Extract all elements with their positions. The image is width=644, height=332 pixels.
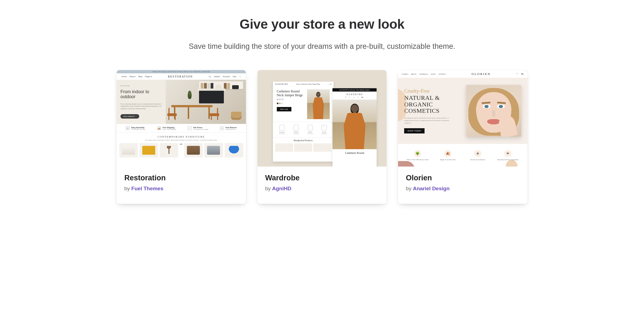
theme-title: Wardrobe	[265, 174, 379, 182]
nav-item: Cart	[232, 76, 236, 77]
dress-icon	[279, 125, 285, 130]
theme-card-body: Restoration by Fuel Themes	[117, 167, 246, 204]
preview-section-title: CONTEMPORARY FURNITURE	[117, 135, 246, 138]
nav-item: SHOP	[431, 73, 436, 75]
bag-icon: 🛍	[521, 73, 524, 75]
tshirt-icon	[293, 125, 299, 130]
nav-item: ABOUT	[411, 73, 417, 75]
feature-item: 🌳Plant A Tree With Every Order	[402, 150, 433, 160]
preview-announcement-bar: FREE TRACKED SHIPPING WORLDWIDE ON ORDER…	[117, 70, 246, 73]
returns-icon: ↻	[220, 126, 224, 130]
preview-hero: Cruelty-Free NATURAL & ORGANIC COSMETICS…	[398, 78, 527, 144]
shipping-icon: 🚚	[157, 126, 161, 130]
preview-nav: HOME ▾ ABOUT JOURNAL ▾ SHOP CONTACT OLOR…	[398, 70, 527, 78]
by-prefix: by	[265, 186, 272, 191]
nav-item: HOME ▾	[402, 73, 408, 75]
heart-icon: ❤	[504, 150, 511, 157]
preview-nav: Home Shop ▾ Blog Pages ▾ RESTORATION 🔍 S…	[117, 73, 246, 80]
theme-card-olorien[interactable]: HOME ▾ ABOUT JOURNAL ▾ SHOP CONTACT OLOR…	[398, 70, 527, 204]
page-subheading: Save time building the store of your dre…	[117, 42, 527, 51]
by-prefix: by	[124, 186, 131, 191]
preview-brand: WARDROBE	[332, 92, 377, 96]
theme-title: Restoration	[124, 174, 238, 182]
theme-title: Olorien	[406, 174, 520, 182]
preview-nav-right: 🔍 Search Account Cart ⓪	[208, 75, 242, 78]
hero-image	[466, 85, 521, 137]
feature-item: ❤Naturally Derived Ingredients	[493, 150, 523, 160]
cart-count-icon: ⓪	[239, 76, 241, 77]
tree-icon: 🌳	[414, 150, 421, 157]
preview-desktop-pane: WARDROBE Home Collections Shop Pages Blo…	[273, 82, 334, 162]
theme-author-link[interactable]: Anariel Design	[413, 186, 450, 191]
nav-item: Search	[214, 76, 220, 77]
price-icon: ✓	[188, 126, 192, 130]
theme-author: by AgniHD	[265, 186, 379, 192]
theme-card-wardrobe[interactable]: WARDROBE Home Collections Shop Pages Blo…	[257, 70, 387, 204]
hero-description: Sed gravida viverra vestibulum turpis ip…	[404, 117, 449, 124]
feature-item: 🚚Free ShippingFast + free shipping	[157, 126, 176, 130]
preview-feature-row: 🌳Plant A Tree With Every Order 🍂Vegan & …	[398, 144, 527, 167]
theme-card-body: Olorien by Anariel Design	[398, 167, 527, 204]
theme-cards: FREE TRACKED SHIPPING WORLDWIDE ON ORDER…	[117, 70, 527, 204]
preview-section-sub: From glam vibes to laid-back comfort, th…	[117, 139, 246, 141]
theme-author-link[interactable]: Fuel Themes	[131, 186, 163, 191]
theme-preview: HOME ▾ ABOUT JOURNAL ▾ SHOP CONTACT OLOR…	[398, 70, 527, 167]
theme-card-restoration[interactable]: FREE TRACKED SHIPPING WORLDWIDE ON ORDER…	[117, 70, 246, 204]
theme-card-body: Wardrobe by AgniHD	[257, 167, 387, 204]
nav-item: CONTACT	[438, 73, 446, 75]
hero-headline: From indoor to outdoor	[120, 89, 162, 100]
preview-brand: WARDROBE	[275, 83, 288, 85]
hero-description: From rescuing design icons to creating f…	[120, 103, 162, 110]
spark-icon: ✺	[474, 150, 481, 157]
preview-mobile-pane: Use 20%OFF for discount. Free shipping. …	[332, 88, 377, 167]
product-title: Cashmere Round Neck Jumper Beige	[277, 89, 305, 97]
hero-image	[166, 80, 246, 124]
category-row: Dresses140 items T-Shirts140 items Skirt…	[273, 122, 334, 137]
nav-item: Home	[122, 76, 127, 77]
assembly-icon: ⊞	[126, 126, 130, 130]
handpicked-heading: Handpicked Products	[273, 137, 334, 143]
preview-brand: OLORIEN	[472, 72, 491, 76]
by-prefix: by	[406, 186, 413, 191]
theme-author: by Fuel Themes	[124, 186, 238, 192]
nav-item: Pages ▾	[145, 76, 152, 77]
nav-item: Account	[223, 76, 230, 77]
product-image	[332, 100, 377, 149]
nav-item: Shop ▾	[130, 76, 136, 77]
hero-cta-button: SHOP TODAY	[404, 128, 425, 133]
jeans-icon	[321, 125, 327, 130]
nav-item: Shop	[308, 83, 312, 85]
theme-author: by Anariel Design	[406, 186, 520, 192]
theme-preview: WARDROBE Home Collections Shop Pages Blo…	[257, 70, 387, 167]
wishlist-icon: ♡	[516, 73, 518, 75]
leaf-icon: 🍂	[444, 150, 451, 157]
page-heading: Give your store a new look	[117, 17, 527, 32]
preview-product-thumbs: FF	[117, 143, 246, 157]
feature-item: ✓Fair PricesNo matter your budget	[188, 126, 208, 130]
preview-nav-left: Home Shop ▾ Blog Pages ▾	[120, 76, 153, 78]
skirt-icon	[307, 125, 313, 130]
feature-item: 🍂Vegan & Cruelty Free	[433, 150, 463, 160]
hero-cta-button: Shop collection →	[120, 114, 139, 119]
feature-item: ✺Strong Formulations	[463, 150, 493, 160]
nav-item: Home	[296, 83, 300, 85]
feature-item: ⊞Easy AssemblyTwo people, one tool	[126, 126, 145, 130]
nav-item: JOURNAL ▾	[419, 73, 428, 75]
preview-nav-icons: ≡ ♡ ⌕ ♀ 🛍	[332, 96, 377, 100]
preview-feature-row: ⊞Easy AssemblyTwo people, one tool 🚚Free…	[117, 124, 246, 133]
search-icon: ⌕	[328, 83, 329, 85]
wishlist-icon: ♡	[329, 83, 330, 85]
nav-item: Pages	[312, 83, 317, 85]
search-icon: 🔍	[209, 76, 211, 77]
nav-item: Blog	[317, 83, 320, 85]
product-title: Cashmere Round	[332, 149, 377, 154]
hero-script: Cruelty-Free	[404, 88, 462, 94]
bag-icon: ◧	[331, 83, 331, 85]
theme-author-link[interactable]: AgniHD	[272, 186, 291, 191]
feature-item: ↻Free ReturnsSimply return it	[220, 126, 237, 130]
preview-announcement-bar: Use 20%OFF for discount. Free shipping. …	[332, 88, 377, 92]
preview-brand: RESTORATION	[168, 75, 193, 78]
hero-title: NATURAL & ORGANIC COSMETICS	[404, 95, 462, 114]
product-price: $249.00	[277, 98, 305, 100]
nav-item: Blog	[138, 76, 142, 77]
